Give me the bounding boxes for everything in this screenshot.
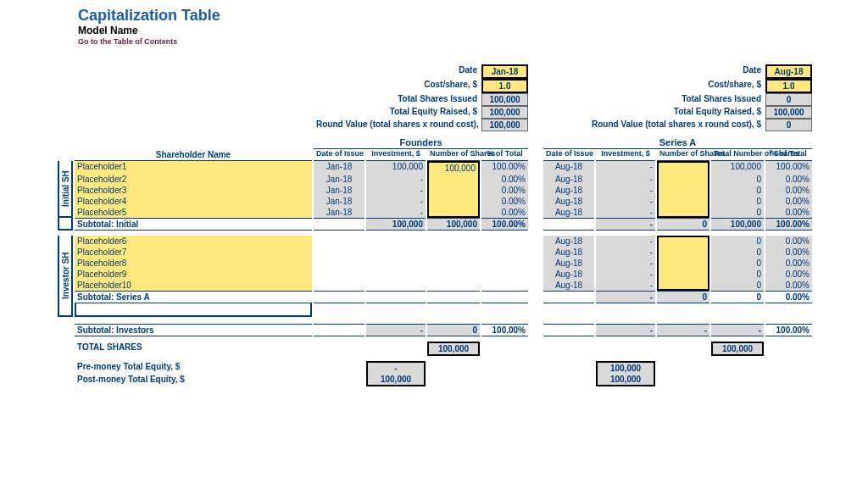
cell: - — [366, 324, 426, 336]
cell[interactable] — [427, 196, 480, 207]
cell: - — [596, 236, 655, 247]
total-shares-founders: 100,000 — [427, 342, 480, 356]
cell: 0.00% — [481, 207, 528, 218]
cell: Jan-18 — [314, 196, 364, 207]
table-row[interactable]: Placeholder4 — [75, 196, 312, 207]
toc-link[interactable]: Go to the Table of Contents — [78, 37, 858, 46]
subtotal-seriesa-label: Subtotal: Series A — [75, 291, 312, 303]
cell: 100.00% — [481, 161, 528, 174]
cell: 0 — [711, 174, 764, 185]
pre-money-founders: - — [366, 361, 426, 374]
founders-cost[interactable]: 1.0 — [481, 79, 528, 93]
founders-date[interactable]: Jan-18 — [481, 64, 528, 79]
cell[interactable] — [657, 258, 709, 269]
cell: 100.00% — [765, 324, 812, 336]
col-pct-a: % of Total — [765, 149, 812, 161]
table-row[interactable]: Placeholder1 — [75, 161, 312, 174]
cell[interactable]: 100,000 — [427, 161, 480, 174]
table-row[interactable]: Placeholder9 — [75, 269, 312, 280]
seriesa-date[interactable]: Aug-18 — [765, 64, 812, 79]
col-inv-f: Investment, $ — [366, 149, 426, 161]
cell: 100,000 — [711, 161, 764, 174]
table-row[interactable]: Placeholder10 — [75, 280, 312, 291]
post-money-label: Post-money Total Equity, $ — [75, 374, 312, 386]
cell: 0.00% — [765, 207, 812, 218]
founders-rvalue: 100,000 — [481, 119, 528, 131]
label-tshares-founders: Total Shares Issued — [314, 93, 480, 106]
cell[interactable] — [657, 280, 709, 291]
label-cost-founders: Cost/share, $ — [314, 79, 480, 93]
cell: 0.00% — [765, 258, 812, 269]
cell[interactable] — [657, 185, 709, 196]
table-row[interactable]: Placeholder5 — [75, 207, 312, 218]
table-row[interactable]: Placeholder2 — [75, 174, 312, 185]
label-tshares-seriesa: Total Shares Issued — [543, 93, 764, 106]
cell: 0 — [711, 269, 764, 280]
cell[interactable] — [657, 174, 709, 185]
cell: Aug-18 — [543, 269, 594, 280]
table-row[interactable]: Placeholder8 — [75, 258, 312, 269]
table-row[interactable]: Placeholder7 — [75, 247, 312, 258]
col-pct-f: % of Total — [481, 149, 528, 161]
cell: - — [596, 247, 655, 258]
page-title: Capitalization Table — [78, 7, 858, 25]
post-money-seriesa: 100,000 — [596, 374, 655, 386]
cell: Aug-18 — [543, 196, 594, 207]
table-row[interactable]: Placeholder6 — [75, 236, 312, 247]
cell: 100,000 — [427, 218, 480, 231]
cell[interactable] — [657, 207, 709, 218]
cell: 0.00% — [765, 291, 812, 303]
col-total-a: Total Number of Shares — [711, 149, 764, 161]
cell: 0.00% — [765, 185, 812, 196]
seriesa-tshares: 0 — [765, 93, 812, 106]
cell[interactable] — [657, 236, 709, 247]
seriesa-cost[interactable]: 1.0 — [765, 79, 812, 93]
cell[interactable] — [657, 196, 709, 207]
label-cost-seriesa: Cost/share, $ — [543, 79, 764, 93]
cell: 0 — [711, 196, 764, 207]
cell: 100,000 — [366, 218, 426, 231]
cell[interactable] — [657, 269, 709, 280]
cell: - — [366, 185, 426, 196]
cell: Jan-18 — [314, 161, 364, 174]
model-name: Model Name — [78, 25, 858, 36]
cell[interactable] — [657, 161, 709, 174]
pre-money-seriesa: 100,000 — [596, 361, 655, 374]
cell: - — [711, 324, 764, 336]
cell: 0.00% — [765, 196, 812, 207]
cell: - — [596, 280, 655, 291]
cell: Aug-18 — [543, 280, 594, 291]
total-shares-label: TOTAL SHARES — [75, 342, 312, 356]
cell: - — [596, 207, 655, 218]
investor-sh-label: Investor SH — [58, 236, 73, 317]
label-date-founders: Date — [314, 64, 480, 79]
cell: 0.00% — [481, 174, 528, 185]
cell: 0 — [657, 291, 709, 303]
cell: - — [366, 174, 426, 185]
cell: 100.00% — [765, 161, 812, 174]
cell[interactable] — [427, 174, 480, 185]
seriesa-tequity: 100,000 — [765, 106, 812, 119]
founders-tshares: 100,000 — [481, 93, 528, 106]
cell: 0 — [657, 218, 709, 231]
founders-header: Founders — [314, 136, 528, 149]
col-inv-a: Investment, $ — [596, 149, 655, 161]
cell: Jan-18 — [314, 207, 364, 218]
cell: Aug-18 — [543, 161, 594, 174]
cell[interactable] — [427, 207, 480, 218]
cell[interactable] — [427, 185, 480, 196]
cell: - — [596, 269, 655, 280]
cell: 0.00% — [481, 185, 528, 196]
cell: 0 — [711, 236, 764, 247]
cell: 0.00% — [765, 174, 812, 185]
subtotal-initial-label: Subtotal: Initial — [75, 218, 312, 231]
col-date-f: Date of Issue — [314, 149, 364, 161]
cell: 100,000 — [711, 218, 764, 231]
cell: 0 — [427, 324, 480, 336]
cell: - — [596, 218, 655, 231]
cell: 0.00% — [765, 236, 812, 247]
label-tequity-founders: Total Equity Raised, $ — [314, 106, 480, 119]
table-row[interactable]: Placeholder3 — [75, 185, 312, 196]
cell: Aug-18 — [543, 185, 594, 196]
cell[interactable] — [657, 247, 709, 258]
